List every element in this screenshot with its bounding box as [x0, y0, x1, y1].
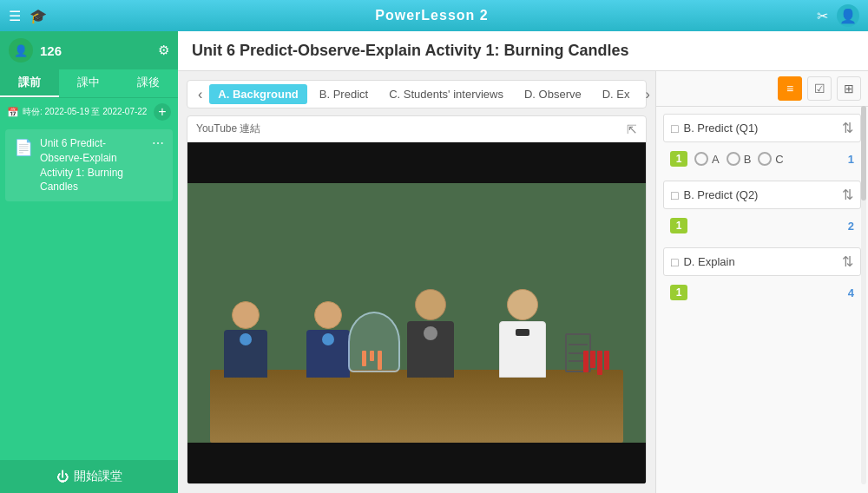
option-num-q2: 1 — [670, 218, 687, 233]
q1-count: 1 — [848, 153, 854, 166]
menu-icon[interactable]: ☰ — [9, 8, 21, 24]
circle-c — [758, 152, 772, 166]
tab-observe[interactable]: D. Observe — [516, 84, 590, 104]
sidebar-tabs: 課前 課中 課後 — [0, 69, 178, 98]
candles — [362, 351, 382, 370]
student-count: 126 — [40, 43, 62, 58]
explain-options: 1 4 — [663, 281, 861, 304]
comment-icon: □ — [671, 122, 678, 135]
option-b: B — [727, 152, 752, 166]
date-row: 📅 時份: 2022-05-19 至 2022-07-22 + — [0, 98, 178, 126]
predict-q1-options: 1 A B C — [663, 148, 861, 170]
red-candles — [583, 351, 609, 375]
right-panel-content: □ B. Predict (Q1) ⇅ 1 A — [656, 107, 868, 493]
user-icon: 👤 — [9, 38, 33, 62]
option-num-q1: 1 — [670, 151, 687, 167]
list-item[interactable]: 📄 Unit 6 Predict-Observe-Explain Activit… — [5, 129, 173, 201]
predict-q2-title: B. Predict (Q2) — [683, 188, 758, 201]
tab-predict[interactable]: B. Predict — [311, 84, 377, 104]
top-bar: ☰ 🎓 PowerLesson 2 ✂ 👤 — [0, 0, 868, 31]
tab-prev-button[interactable]: ‹ — [194, 85, 206, 104]
explain-header: □ D. Explain ⇅ — [663, 247, 861, 276]
option-num-explain: 1 — [670, 285, 687, 300]
more-icon[interactable]: ⋯ — [152, 136, 164, 150]
expand-q2-icon[interactable]: ⇅ — [842, 187, 853, 203]
label-b: B — [744, 153, 752, 166]
predict-q2-section: □ B. Predict (Q2) ⇅ 1 2 — [663, 181, 861, 237]
right-panel-toolbar: ≡ ☑ ⊞ — [656, 71, 868, 107]
scissors-icon[interactable]: ✂ — [817, 8, 828, 24]
figure-4 — [499, 289, 546, 378]
start-class-button[interactable]: ⏻ 開始課堂 — [9, 469, 169, 484]
calendar-icon: 📅 — [7, 107, 19, 118]
expand-explain-icon[interactable]: ⇅ — [842, 253, 853, 270]
youtube-header: YouTube 連結 ⇱ — [187, 116, 646, 142]
item-title: Unit 6 Predict-Observe-Explain Activity … — [40, 136, 145, 194]
content-body: ‹ A. Background B. Predict C. Students' … — [178, 71, 868, 493]
power-icon: ⏻ — [56, 470, 69, 483]
circle-b — [727, 152, 740, 166]
center-panel: ‹ A. Background B. Predict C. Students' … — [178, 71, 655, 493]
grid-view-button[interactable]: ⊞ — [837, 76, 861, 101]
tab-in-class[interactable]: 課中 — [59, 69, 118, 97]
predict-q1-section: □ B. Predict (Q1) ⇅ 1 A — [663, 114, 861, 170]
list-view-button[interactable]: ≡ — [778, 76, 802, 101]
document-icon: 📄 — [14, 138, 33, 157]
tab-next-button[interactable]: › — [642, 85, 654, 104]
tab-interviews[interactable]: C. Students' interviews — [380, 84, 512, 104]
explain-title: D. Explain — [683, 255, 734, 268]
option-c: C — [758, 152, 783, 166]
predict-q1-header: □ B. Predict (Q1) ⇅ — [663, 114, 861, 142]
start-label: 開始課堂 — [74, 469, 122, 484]
tab-background[interactable]: A. Background — [209, 84, 306, 104]
scrollbar-track — [861, 106, 866, 484]
explain-count: 4 — [848, 286, 854, 299]
sidebar-footer: ⏻ 開始課堂 — [0, 460, 178, 493]
table-prop — [210, 370, 622, 443]
link-icon[interactable]: ⇱ — [627, 122, 637, 136]
predict-q2-header: □ B. Predict (Q2) ⇅ — [663, 181, 861, 209]
tab-before-class[interactable]: 課前 — [0, 69, 59, 97]
circle-a — [694, 152, 708, 166]
main-layout: 👤 126 ⚙ 課前 課中 課後 📅 時份: 2022-05-19 至 2022… — [0, 31, 868, 493]
expand-q1-icon[interactable]: ⇅ — [842, 120, 853, 136]
youtube-label: YouTube 連結 — [196, 122, 261, 136]
option-a: A — [694, 152, 720, 166]
app-title: PowerLesson 2 — [56, 8, 808, 23]
scrollbar-thumb[interactable] — [861, 106, 866, 200]
predict-q1-title: B. Predict (Q1) — [683, 122, 758, 135]
label-c: C — [775, 153, 783, 166]
sidebar: 👤 126 ⚙ 課前 課中 課後 📅 時份: 2022-05-19 至 2022… — [0, 31, 178, 493]
add-button[interactable]: + — [154, 103, 171, 121]
comment-icon-3: □ — [671, 255, 678, 269]
tab-explain[interactable]: D. Ex — [594, 84, 639, 104]
date-label: 時份: 2022-05-19 至 2022-07-22 — [23, 106, 147, 118]
video-container[interactable] — [187, 142, 646, 483]
hat-icon[interactable]: 🎓 — [30, 8, 47, 24]
page-title: Unit 6 Predict-Observe-Explain Activity … — [192, 42, 628, 59]
explain-section: □ D. Explain ⇅ 1 4 — [663, 247, 861, 304]
comment-icon-2: □ — [671, 188, 678, 202]
page-header: Unit 6 Predict-Observe-Explain Activity … — [178, 31, 868, 71]
right-panel: ≡ ☑ ⊞ □ B. Predict (Q1) ⇅ 1 — [655, 71, 868, 493]
video-frame — [187, 142, 646, 483]
label-a: A — [712, 153, 720, 166]
user-avatar-icon[interactable]: 👤 — [837, 4, 859, 27]
youtube-area: YouTube 連結 ⇱ — [187, 115, 647, 484]
tab-bar: ‹ A. Background B. Predict C. Students' … — [187, 80, 647, 108]
figure-3 — [407, 289, 454, 378]
tab-after-class[interactable]: 課後 — [119, 69, 178, 97]
gear-icon[interactable]: ⚙ — [158, 43, 169, 58]
sidebar-header: 👤 126 ⚙ — [0, 31, 178, 69]
figure-1 — [224, 301, 267, 378]
check-view-button[interactable]: ☑ — [807, 76, 832, 101]
predict-q2-options: 1 2 — [663, 214, 861, 237]
q2-count: 2 — [848, 220, 854, 233]
figure-2 — [306, 301, 350, 378]
content-area: Unit 6 Predict-Observe-Explain Activity … — [178, 31, 868, 493]
